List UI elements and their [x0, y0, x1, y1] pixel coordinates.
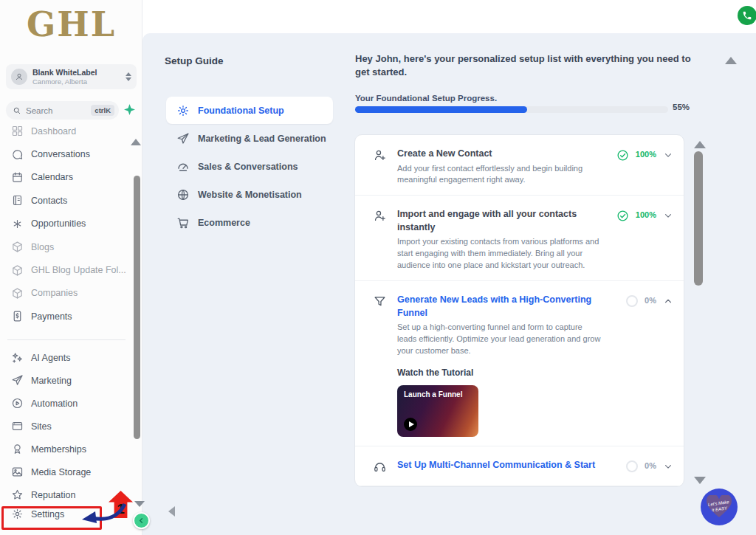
task-list-card: Create a New Contact Add your first cont…: [354, 134, 684, 487]
grid-icon: [11, 125, 24, 137]
progress-fill: [355, 106, 527, 113]
funnel-icon: [373, 294, 388, 437]
task-row-multichannel-communication[interactable]: Set Up Multi-Channel Communication & Sta…: [355, 446, 684, 486]
check-circle-icon: [616, 210, 629, 222]
account-location: Canmore, Alberta: [32, 77, 126, 86]
tab-marketing-lead-generation[interactable]: Marketing & Lead Generation: [166, 125, 333, 152]
invoice-icon: [11, 310, 24, 322]
sidebar-item-ghl-blog-update[interactable]: GHL Blog Update Fol...: [0, 258, 133, 281]
sidebar-item-ai-agents[interactable]: AI Agents: [0, 346, 133, 369]
sidebar-item-blogs[interactable]: Blogs: [0, 235, 133, 258]
image-icon: [11, 466, 24, 478]
sparkles-icon: [11, 351, 24, 364]
top-bar: ?: [142, 0, 756, 33]
progress-label: Your Foundational Setup Progress.: [355, 94, 497, 103]
user-add-icon: [373, 209, 388, 272]
task-progress: 0%: [645, 296, 656, 305]
medal-icon: [11, 443, 24, 455]
address-book-icon: [11, 194, 24, 207]
account-info: Blank WhiteLabel Canmore, Alberta: [32, 68, 126, 86]
account-switcher[interactable]: Blank WhiteLabel Canmore, Alberta: [6, 64, 137, 89]
user-add-icon: [373, 148, 388, 186]
task-title: Generate New Leads with a High-Convertin…: [397, 294, 604, 320]
sidebar-item-automation[interactable]: Automation: [0, 392, 133, 415]
tutorial-heading: Watch the Tutorial: [397, 367, 620, 378]
task-list-scrollbar-thumb[interactable]: [694, 151, 703, 286]
setup-guide-title: Setup Guide: [165, 55, 224, 66]
paper-plane-icon: [11, 374, 24, 387]
cube-icon: [11, 264, 24, 277]
tab-ecommerce[interactable]: Ecommerce: [166, 209, 333, 236]
empty-progress-circle-icon: [626, 295, 638, 307]
headset-icon: [373, 460, 388, 477]
sidebar-dropdown-arrow[interactable]: [134, 501, 145, 507]
cube-icon: [11, 287, 24, 300]
gauge-icon: [176, 160, 190, 173]
setup-guide-panel: Setup Guide Foundational Setup Marketing…: [142, 33, 756, 535]
search-input[interactable]: Search ctrlK: [6, 101, 119, 120]
chevron-down-icon[interactable]: [663, 150, 673, 160]
tab-sales-conversations[interactable]: Sales & Conversations: [166, 153, 333, 180]
task-row-generate-leads[interactable]: Generate New Leads with a High-Convertin…: [355, 281, 684, 446]
account-name: Blank WhiteLabel: [32, 68, 126, 77]
page-scroll-up-arrow[interactable]: [725, 57, 737, 64]
cube-icon: [11, 241, 24, 253]
star-icon: [11, 489, 24, 501]
chevron-down-icon[interactable]: [663, 210, 673, 221]
task-description: Add your first contact effortlessly and …: [397, 163, 602, 187]
sidebar-scrollbar-thumb[interactable]: [134, 176, 140, 439]
tab-website-monetisation[interactable]: Website & Monetisation: [166, 181, 333, 208]
task-title: Set Up Multi-Channel Communication & Sta…: [397, 459, 604, 472]
ai-sparkle-icon[interactable]: [124, 104, 135, 115]
task-progress: 100%: [636, 210, 656, 219]
sidebar-item-conversations[interactable]: Conversations: [0, 142, 133, 165]
brand-logo: GHL: [0, 4, 142, 44]
task-title: Create a New Contact: [397, 148, 604, 161]
sidebar-item-contacts[interactable]: Contacts: [0, 189, 133, 212]
video-title: Launch a Funnel: [404, 390, 462, 398]
play-icon[interactable]: [404, 418, 417, 431]
chevron-up-icon[interactable]: [663, 296, 673, 306]
task-title: Import and engage with all your contacts…: [397, 208, 604, 234]
sidebar-item-opportunities[interactable]: Opportunities: [0, 213, 133, 235]
heart-icon: Let's Make It EASY: [706, 495, 732, 519]
task-row-create-contact[interactable]: Create a New Contact Add your first cont…: [355, 135, 684, 196]
sidebar-item-companies[interactable]: Companies: [0, 282, 133, 305]
task-list-scroll-up-arrow[interactable]: [694, 141, 706, 148]
task-description: Set up a high-converting funnel and form…: [397, 322, 602, 357]
sidebar-item-payments[interactable]: Payments: [0, 305, 133, 328]
progress-percent: 55%: [673, 103, 690, 111]
sidebar-item-dashboard[interactable]: Dashboard: [0, 124, 133, 142]
play-circle-icon: [11, 397, 24, 410]
task-list-scroll-down-arrow[interactable]: [694, 477, 706, 484]
globe-icon: [176, 188, 190, 201]
sidebar-item-marketing[interactable]: Marketing: [0, 369, 133, 392]
chevron-down-icon[interactable]: [663, 461, 673, 472]
sidebar-scroll-up-arrow[interactable]: [131, 139, 141, 145]
tutorial-video-thumbnail[interactable]: Launch a Funnel: [397, 385, 478, 437]
badge-text: Let's Make It EASY: [707, 500, 731, 514]
tab-foundational-setup[interactable]: Foundational Setup: [166, 97, 333, 124]
paper-plane-icon: [176, 132, 190, 145]
search-icon: [13, 106, 21, 115]
search-placeholder: Search: [26, 106, 91, 115]
sidebar-item-calendars[interactable]: Calendars: [0, 166, 133, 189]
sidebar-item-media-storage[interactable]: Media Storage: [0, 460, 133, 483]
sidebar-item-memberships[interactable]: Memberships: [0, 438, 133, 460]
sidebar-item-sites[interactable]: Sites: [0, 415, 133, 438]
sun-icon: [176, 104, 190, 117]
task-progress: 100%: [636, 150, 656, 159]
sidebar-collapse-button[interactable]: [133, 512, 150, 529]
progress-bar: [355, 106, 668, 113]
chevron-left-icon: [137, 517, 145, 525]
sidebar-divider: [7, 339, 126, 340]
cart-icon: [176, 216, 190, 229]
chat-bubble-icon: [11, 148, 24, 161]
task-row-import-contacts[interactable]: Import and engage with all your contacts…: [355, 196, 684, 281]
panel-collapse-left-arrow[interactable]: [168, 506, 175, 517]
browser-icon: [11, 420, 24, 432]
task-description: Import your existing contacts from vario…: [397, 236, 602, 272]
task-progress: 0%: [645, 461, 656, 470]
phone-icon[interactable]: [738, 6, 756, 25]
search-shortcut-badge: ctrlK: [91, 105, 114, 116]
